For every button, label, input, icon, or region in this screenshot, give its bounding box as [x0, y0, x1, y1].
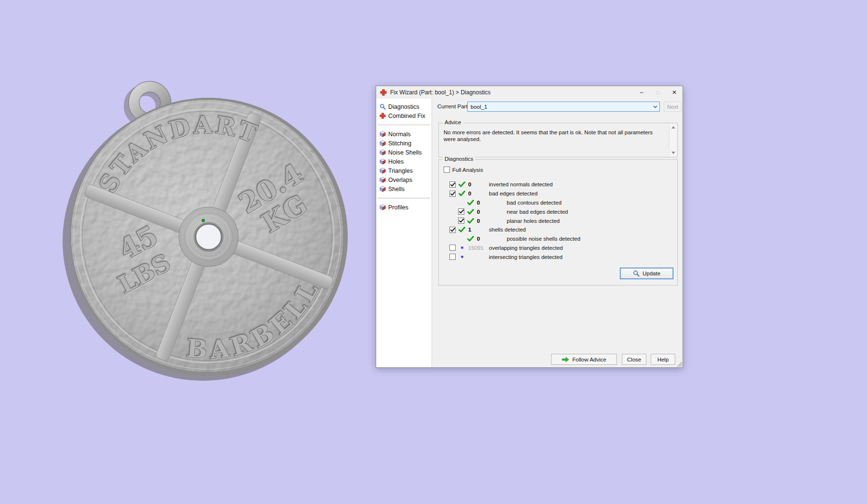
sidebar-item-label: Diagnostics [388, 103, 420, 110]
diagnostic-row-bad-edges: 0 bad edges detected [439, 189, 677, 198]
sidebar-item-label: Shells [388, 186, 405, 193]
sidebar-item-normals[interactable]: Normals [376, 129, 432, 139]
diagnostics-legend: Diagnostics [443, 156, 475, 162]
current-part-value: bool_1 [471, 104, 487, 110]
current-part-combobox[interactable]: bool_1 [467, 102, 660, 112]
check-icon [459, 181, 465, 188]
diagnostics-groupbox: Diagnostics Full Analysis 0 inverted nor… [438, 159, 678, 285]
help-button[interactable]: Help [651, 354, 675, 365]
diagnostics-rows: 0 inverted normals detected 0 bad edges … [439, 180, 677, 261]
diagnostic-row-shells: 1 shells detected [439, 225, 677, 234]
diagnostic-row-bad-contours: 0 bad contours detected [439, 198, 677, 207]
checkbox-check-icon [450, 228, 455, 232]
row-checkbox[interactable] [449, 191, 456, 197]
red-cross-icon [380, 113, 386, 119]
magnifier-icon [380, 103, 386, 110]
update-button[interactable]: Update [620, 268, 673, 279]
cube-icon [380, 149, 386, 155]
sidebar-item-label: Normals [388, 131, 411, 138]
row-label: bad contours detected [507, 200, 562, 206]
check-icon [467, 208, 474, 215]
cube-icon [380, 168, 386, 174]
sidebar: Diagnostics Combined Fix Normals Stitchi… [376, 99, 432, 367]
plate-hub [179, 207, 238, 267]
maximize-button[interactable]: □ [650, 86, 666, 99]
sidebar-item-combined-fix[interactable]: Combined Fix [376, 111, 432, 120]
row-checkbox[interactable] [449, 254, 456, 260]
advice-legend: Advice [443, 119, 463, 125]
sidebar-item-overlaps[interactable]: Overlaps [376, 175, 432, 184]
advice-text: No more errors are detected. It seems th… [444, 129, 665, 142]
diagnostic-row-intersecting-triangles: intersecting triangles detected [439, 252, 677, 261]
full-analysis-checkbox[interactable] [444, 167, 450, 173]
cube-icon [380, 186, 386, 192]
sidebar-item-shells[interactable]: Shells [376, 184, 432, 194]
row-checkbox[interactable] [449, 227, 456, 233]
row-label: overlapping triangles detected [489, 245, 563, 251]
next-button[interactable]: Next [664, 102, 682, 112]
row-count: 1 [468, 227, 485, 233]
cube-icon [380, 204, 386, 210]
row-count: 0 [468, 181, 485, 187]
row-label: shells detected [489, 227, 526, 233]
sidebar-item-profiles[interactable]: Profiles [376, 203, 432, 212]
row-label: inverted normals detected [489, 181, 552, 187]
info-dot-icon [459, 245, 465, 251]
sidebar-item-label: Triangles [388, 168, 413, 174]
chevron-down-icon [653, 105, 657, 108]
row-checkbox[interactable] [449, 245, 456, 251]
checkbox-check-icon [459, 219, 464, 223]
diagnostic-row-overlapping-triangles: 15091 overlapping triangles detected [439, 244, 677, 253]
weight-plate-model[interactable]: STANDART BARBELL 20.4 KG 45 LBS [39, 67, 378, 406]
center-hole [196, 224, 222, 250]
row-count: 15091 [468, 245, 485, 251]
magnifier-icon [633, 270, 640, 277]
resize-grip[interactable] [676, 361, 682, 367]
check-icon [467, 218, 474, 224]
sidebar-item-holes[interactable]: Holes [376, 157, 432, 166]
row-label: bad edges detected [489, 191, 538, 196]
check-icon [467, 236, 474, 242]
follow-advice-label: Follow Advice [572, 357, 606, 362]
row-label: near bad edges detected [507, 209, 568, 215]
follow-advice-button[interactable]: Follow Advice [551, 354, 617, 365]
cube-icon [380, 140, 386, 146]
diagnostic-row-planar-holes: 0 planar holes detected [439, 216, 677, 225]
sidebar-item-label: Combined Fix [388, 113, 425, 119]
checkbox-check-icon [459, 209, 464, 214]
row-checkbox[interactable] [458, 208, 464, 215]
origin-marker [202, 219, 205, 222]
sidebar-item-noise-shells[interactable]: Noise Shells [376, 148, 432, 157]
application-stage: STANDART BARBELL 20.4 KG 45 LBS [0, 0, 867, 504]
check-icon [459, 227, 465, 233]
row-count: 0 [468, 191, 485, 196]
close-button[interactable]: Close [622, 354, 646, 365]
row-label: intersecting triangles detected [489, 254, 563, 260]
advice-scrollbar[interactable] [669, 124, 677, 156]
cube-icon [380, 158, 386, 165]
sidebar-item-label: Overlaps [388, 177, 412, 183]
red-cross-icon [380, 89, 387, 96]
cube-icon [380, 177, 386, 183]
cube-icon [380, 131, 386, 137]
close-window-button[interactable]: ✕ [666, 86, 683, 99]
diagnostic-row-near-bad-edges: 0 near bad edges detected [439, 207, 677, 216]
row-count: 0 [477, 218, 494, 224]
sidebar-item-triangles[interactable]: Triangles [376, 166, 432, 175]
row-label: possible noise shells detected [507, 236, 580, 242]
row-label: planar holes detected [507, 218, 560, 224]
minimize-button[interactable]: – [633, 86, 650, 99]
row-count: 0 [477, 200, 494, 206]
row-checkbox[interactable] [458, 218, 464, 224]
check-icon [459, 191, 465, 197]
row-checkbox[interactable] [449, 181, 456, 188]
fix-wizard-window: Fix Wizard (Part: bool_1) > Diagnostics … [376, 86, 683, 368]
content-panel: Current Part: bool_1 Next Advice No more… [433, 99, 683, 367]
window-title: Fix Wizard (Part: bool_1) > Diagnostics [390, 89, 490, 96]
sidebar-item-stitching[interactable]: Stitching [376, 139, 432, 148]
scroll-up-icon[interactable] [670, 124, 677, 131]
scroll-down-icon[interactable] [670, 149, 677, 156]
full-analysis-label: Full Analysis [452, 167, 483, 173]
diagnostic-row-inverted-normals: 0 inverted normals detected [439, 180, 677, 189]
sidebar-item-diagnostics[interactable]: Diagnostics [376, 102, 432, 111]
